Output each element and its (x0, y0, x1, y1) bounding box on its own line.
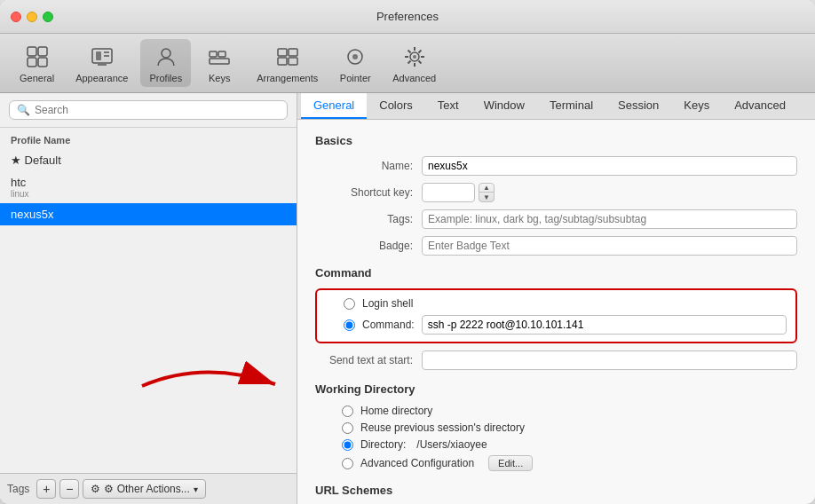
search-input[interactable] (35, 104, 280, 116)
svg-rect-15 (278, 58, 287, 65)
tab-session[interactable]: Session (605, 93, 671, 119)
toolbar-general-label: General (20, 73, 54, 83)
wd-title: Working Directory (315, 382, 797, 396)
command-input[interactable] (422, 315, 787, 335)
sidebar-footer: Tags + − ⚙ ⚙ Other Actions... ▾ (0, 473, 297, 504)
badge-input[interactable] (422, 236, 797, 256)
tab-keys[interactable]: Keys (671, 93, 722, 119)
home-dir-row: Home directory (342, 405, 797, 417)
sidebar: 🔍 Profile Name ★ Default htc linux nexus… (0, 93, 297, 504)
other-actions-button[interactable]: ⚙ ⚙ Other Actions... ▾ (83, 479, 205, 499)
tags-input[interactable] (422, 209, 797, 229)
svg-rect-14 (289, 49, 297, 56)
titlebar: Preferences (0, 0, 815, 34)
directory-row: Directory: /Users/xiaoyee (342, 438, 797, 451)
toolbar-keys[interactable]: Keys (194, 39, 244, 87)
name-row: Name: (315, 156, 797, 176)
toolbar-keys-label: Keys (209, 73, 230, 83)
keys-icon (205, 43, 233, 71)
toolbar-pointer-label: Pointer (340, 73, 371, 83)
directory-radio[interactable] (342, 439, 353, 451)
toolbar-advanced-label: Advanced (392, 73, 436, 83)
profile-item-default[interactable]: ★ Default (0, 149, 297, 171)
shortcut-input[interactable] (422, 183, 475, 202)
badge-row: Badge: (315, 236, 797, 256)
toolbar-appearance[interactable]: Appearance (67, 39, 137, 87)
toolbar-general[interactable]: General (11, 39, 63, 87)
shortcut-field: ▲ ▼ (422, 183, 797, 202)
right-panel: General Colors Text Window Terminal Sess… (297, 93, 815, 504)
tab-general[interactable]: General (301, 93, 367, 119)
svg-rect-1 (38, 47, 47, 56)
send-text-input[interactable] (422, 350, 797, 370)
tab-terminal[interactable]: Terminal (537, 93, 605, 119)
remove-profile-button[interactable]: − (59, 479, 79, 499)
profile-item-nexus5x[interactable]: nexus5x (0, 203, 297, 225)
toolbar-arrangements[interactable]: Arrangements (248, 39, 327, 87)
edit-button[interactable]: Edit... (488, 455, 533, 471)
url-schemes-title: URL Schemes (315, 484, 797, 497)
svg-rect-16 (289, 58, 297, 65)
svg-line-26 (418, 61, 421, 64)
arrangements-icon (273, 43, 302, 71)
minimize-button[interactable] (27, 12, 37, 22)
wd-radio-group: Home directory Reuse previous session's … (315, 405, 797, 471)
toolbar-arrangements-label: Arrangements (257, 73, 318, 83)
main-area: 🔍 Profile Name ★ Default htc linux nexus… (0, 93, 815, 504)
tab-text[interactable]: Text (425, 93, 471, 119)
tags-row: Tags: (315, 209, 797, 229)
toolbar-profiles-label: Profiles (149, 73, 182, 83)
command-title: Command (315, 266, 797, 280)
reuse-session-row: Reuse previous session's directory (342, 421, 797, 434)
svg-rect-2 (28, 58, 36, 67)
svg-rect-5 (96, 51, 101, 60)
stepper-arrows: ▲ ▼ (479, 183, 495, 202)
home-dir-radio[interactable] (342, 406, 353, 417)
svg-rect-11 (218, 51, 226, 57)
general-icon (23, 43, 51, 71)
advanced-config-radio[interactable] (342, 458, 353, 469)
profiles-icon (152, 43, 180, 71)
name-label: Name: (315, 160, 422, 172)
tab-advanced[interactable]: Advanced (722, 93, 798, 119)
svg-line-28 (408, 61, 410, 64)
profile-list-header: Profile Name (0, 131, 297, 149)
url-schemes-section: URL Schemes Schemes handled: Select URL … (315, 484, 797, 504)
name-field (422, 156, 797, 176)
close-button[interactable] (11, 12, 21, 22)
shortcut-label: Shortcut key: (315, 186, 422, 199)
gear-icon: ⚙ (91, 483, 100, 495)
search-input-wrap[interactable]: 🔍 (9, 100, 288, 120)
svg-rect-3 (38, 58, 47, 67)
login-shell-radio[interactable] (344, 298, 355, 310)
directory-label: Directory: (360, 438, 406, 451)
add-profile-button[interactable]: + (36, 479, 56, 499)
profile-list: Profile Name ★ Default htc linux nexus5x (0, 128, 297, 473)
toolbar-pointer[interactable]: Pointer (330, 39, 380, 87)
maximize-button[interactable] (43, 12, 53, 22)
badge-field (422, 236, 797, 256)
toolbar: General Appearance Profiles (0, 34, 815, 93)
svg-rect-12 (210, 59, 229, 64)
profile-item-htc[interactable]: htc linux (0, 171, 297, 203)
preferences-window: Preferences General (0, 0, 815, 504)
toolbar-profiles[interactable]: Profiles (140, 39, 191, 87)
reuse-session-radio[interactable] (342, 422, 353, 434)
svg-rect-10 (210, 51, 217, 57)
svg-point-20 (413, 55, 416, 59)
tab-colors[interactable]: Colors (367, 93, 425, 119)
search-bar: 🔍 (0, 93, 297, 128)
appearance-icon (88, 43, 116, 71)
command-radio[interactable] (344, 319, 355, 331)
svg-rect-0 (28, 47, 36, 56)
stepper-up[interactable]: ▲ (479, 184, 494, 193)
toolbar-advanced[interactable]: Advanced (384, 39, 445, 87)
svg-rect-13 (278, 49, 287, 56)
advanced-icon (400, 43, 429, 71)
svg-point-9 (162, 49, 170, 58)
directory-value: /Users/xiaoyee (416, 438, 487, 451)
stepper-down[interactable]: ▼ (479, 193, 494, 201)
name-input[interactable] (422, 156, 797, 176)
tab-window[interactable]: Window (471, 93, 537, 119)
other-actions-label: ⚙ Other Actions... (104, 483, 189, 495)
